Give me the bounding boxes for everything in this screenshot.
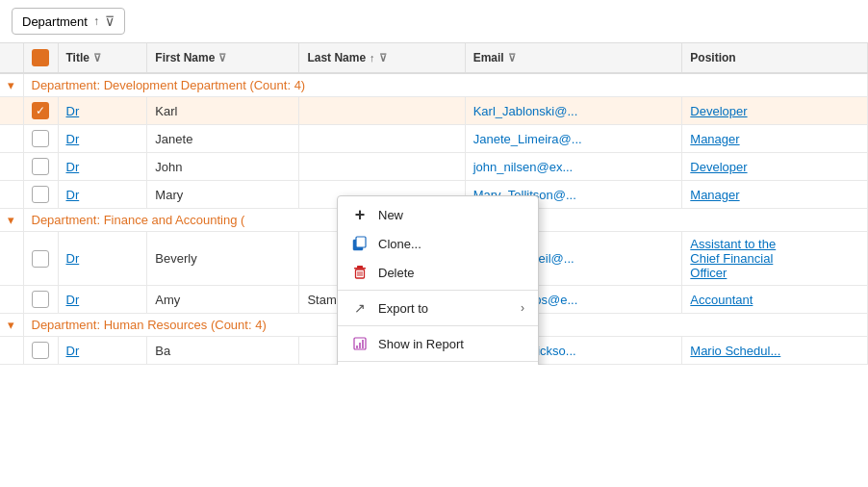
title-cell: Dr: [58, 232, 147, 286]
submenu-arrow-icon: ›: [521, 301, 524, 315]
expand-cell: [0, 181, 23, 209]
checkbox-cell[interactable]: [23, 337, 58, 365]
position-cell: Manager: [682, 125, 868, 153]
report-icon: [351, 335, 369, 352]
lastname-header: Last Name ↑ ⊽: [299, 43, 465, 73]
lastname-cell: [299, 97, 465, 125]
title-cell: Dr: [58, 153, 147, 181]
title-cell: Dr: [58, 181, 147, 209]
expand-cell: [0, 337, 23, 365]
top-bar: Department ↑ ⊽: [0, 0, 868, 43]
lastname-cell: [299, 153, 465, 181]
firstname-filter-icon[interactable]: ⊽: [218, 52, 226, 64]
firstname-cell: John: [147, 153, 299, 181]
email-cell: Janete_Limeira@...: [465, 125, 682, 153]
checkbox-cell[interactable]: [23, 232, 58, 286]
lastname-cell: [299, 125, 465, 153]
checkbox-cell[interactable]: [23, 181, 58, 209]
dept-button-label: Department: [22, 14, 88, 29]
position-cell: Mario Schedul...: [682, 337, 868, 365]
position-cell: Assistant to theChief FinancialOfficer: [682, 232, 868, 286]
svg-rect-2: [357, 266, 363, 268]
firstname-cell: Beverly: [147, 232, 299, 286]
title-cell: Dr: [58, 125, 147, 153]
context-menu: + New Clone...: [337, 195, 539, 365]
ctx-clone-label: Clone...: [378, 237, 421, 251]
checkbox-cell[interactable]: [23, 153, 58, 181]
expand-header: [0, 43, 23, 73]
position-cell: Developer: [682, 153, 868, 181]
checkbox-cell[interactable]: ✓: [23, 97, 58, 125]
firstname-cell: Ba: [147, 337, 299, 365]
position-col-label: Position: [690, 51, 735, 64]
title-header: Title ⊽: [58, 43, 147, 73]
ctx-export[interactable]: ↗ Export to ›: [338, 294, 538, 322]
table-container: Title ⊽ First Name ⊽ Last Name ↑ ⊽: [0, 43, 868, 365]
checkbox-cell[interactable]: [23, 286, 58, 314]
ctx-new[interactable]: + New: [338, 200, 538, 229]
checkbox-cell[interactable]: [23, 125, 58, 153]
firstname-cell: Amy: [147, 286, 299, 314]
title-cell: Dr: [58, 286, 147, 314]
expand-cell: [0, 232, 23, 286]
department-button[interactable]: Department ↑ ⊽: [12, 8, 125, 35]
lastname-col-label: Last Name: [307, 51, 366, 64]
expand-cell: [0, 97, 23, 125]
ctx-delete[interactable]: Delete: [338, 258, 538, 287]
ctx-clone[interactable]: Clone...: [338, 229, 538, 258]
position-cell: Accountant: [682, 286, 868, 314]
email-cell: john_nilsen@ex...: [465, 153, 682, 181]
expand-cell: [0, 286, 23, 314]
checkbox-header[interactable]: [23, 43, 58, 73]
filter-icon[interactable]: ⊽: [105, 13, 115, 29]
title-cell: Dr: [58, 97, 147, 125]
firstname-cell: Mary: [147, 181, 299, 209]
sort-asc-icon: ↑: [93, 14, 99, 28]
new-icon: +: [351, 206, 369, 223]
table-row: ✓ Dr Karl Karl_Jablonski@... Developer: [0, 97, 868, 125]
group-header-1: ▾ Department: Development Department (Co…: [0, 73, 868, 97]
svg-rect-3: [354, 268, 366, 269]
firstname-header: First Name ⊽: [147, 43, 299, 73]
email-col-label: Email: [473, 51, 504, 64]
table-row: Dr John john_nilsen@ex... Developer: [0, 153, 868, 181]
lastname-sort-icon[interactable]: ↑: [370, 52, 375, 64]
firstname-col-label: First Name: [155, 51, 215, 64]
ctx-report[interactable]: Show in Report: [338, 329, 538, 358]
position-cell: Developer: [682, 97, 868, 125]
firstname-cell: Janete: [147, 125, 299, 153]
svg-rect-1: [356, 237, 366, 247]
email-cell: Karl_Jablonski@...: [465, 97, 682, 125]
expand-cell: [0, 153, 23, 181]
position-header: Position: [682, 43, 868, 73]
lastname-filter-icon[interactable]: ⊽: [379, 52, 387, 64]
ctx-export-label: Export to: [378, 301, 428, 316]
title-cell: Dr: [58, 337, 147, 365]
export-icon: ↗: [351, 299, 369, 317]
ctx-new-label: New: [378, 208, 403, 222]
firstname-cell: Karl: [147, 97, 299, 125]
ctx-delete-label: Delete: [378, 266, 415, 280]
title-filter-icon[interactable]: ⊽: [93, 52, 101, 64]
title-col-label: Title: [66, 51, 89, 64]
ctx-report-label: Show in Report: [378, 337, 464, 351]
email-header: Email ⊽: [465, 43, 682, 73]
expand-cell: [0, 125, 23, 153]
delete-icon: [351, 264, 369, 281]
position-cell: Manager: [682, 181, 868, 209]
table-row: Dr Janete Janete_Limeira@... Manager: [0, 125, 868, 153]
group-label-1: Department: Development Department (Coun…: [23, 73, 868, 97]
email-filter-icon[interactable]: ⊽: [508, 52, 516, 64]
clone-icon: [351, 235, 369, 252]
